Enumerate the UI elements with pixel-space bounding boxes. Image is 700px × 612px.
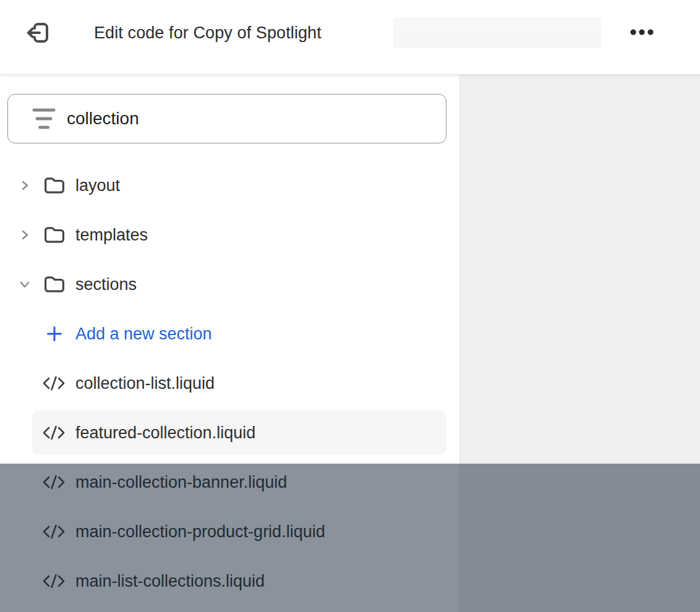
code-file-icon	[42, 375, 66, 392]
exit-code-editor-button[interactable]	[22, 17, 53, 48]
blurred-placeholder	[393, 17, 601, 48]
chevron-down-icon	[19, 278, 31, 291]
folder-icon	[45, 227, 64, 243]
file-filter-box	[7, 94, 446, 143]
tree-folder-templates[interactable]: templates	[0, 210, 459, 260]
overlay-scrim[interactable]	[0, 464, 700, 612]
file-label: featured-collection.liquid	[75, 423, 255, 443]
code-file-icon	[42, 424, 66, 441]
tree-folder-layout[interactable]: layout	[0, 161, 459, 210]
more-actions-button[interactable]	[623, 21, 660, 43]
chevron-right-icon	[19, 229, 31, 241]
chevron-right-icon	[19, 179, 31, 192]
file-label: collection-list.liquid	[75, 374, 215, 393]
folder-icon	[45, 276, 64, 292]
folder-label: layout	[75, 176, 120, 195]
file-filter-input[interactable]	[67, 109, 433, 129]
header-bar: Edit code for Copy of Spotlight	[0, 0, 700, 75]
add-section-label: Add a new section	[75, 325, 212, 344]
folder-label: templates	[75, 226, 148, 245]
code-editor-app: Edit code for Copy of Spotlight	[0, 0, 700, 612]
folder-label: sections	[75, 275, 137, 294]
tree-folder-sections[interactable]: sections	[0, 260, 459, 309]
filter-icon	[32, 107, 56, 130]
folder-icon	[45, 177, 64, 193]
page-title: Edit code for Copy of Spotlight	[94, 21, 322, 45]
plus-icon	[46, 325, 63, 342]
tree-file-featured-collection[interactable]: featured-collection.liquid	[0, 408, 459, 457]
horizontal-dots-icon	[630, 29, 654, 35]
tree-file-collection-list[interactable]: collection-list.liquid	[0, 359, 459, 408]
exit-icon	[23, 19, 53, 47]
add-new-section-button[interactable]: Add a new section	[0, 309, 459, 359]
